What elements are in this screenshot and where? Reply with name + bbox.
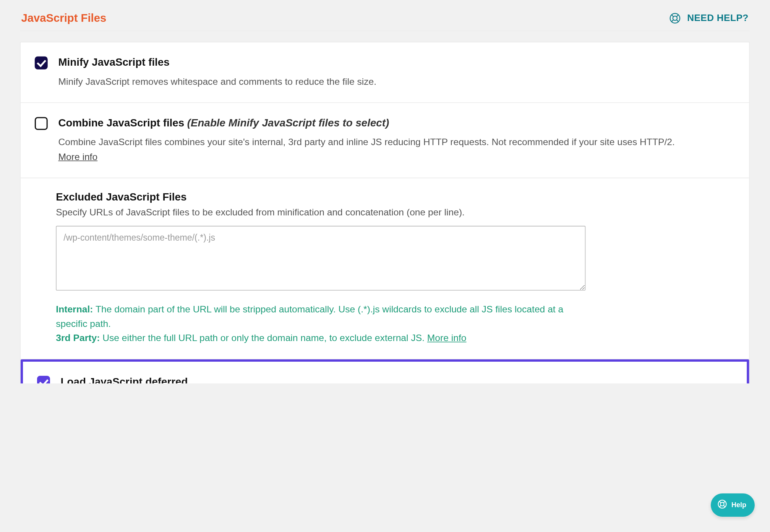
combine-title-text: Combine JavaScript files — [58, 117, 184, 129]
hint-internal-text: The domain part of the URL will be strip… — [56, 304, 563, 328]
combine-desc-text: Combine JavaScript files combines your s… — [58, 137, 674, 147]
combine-desc: Combine JavaScript files combines your s… — [58, 135, 735, 164]
need-help-label: NEED HELP? — [687, 13, 749, 24]
section-title: JavaScript Files — [21, 12, 106, 25]
excluded-hints: Internal: The domain part of the URL wil… — [56, 302, 585, 346]
hint-internal-label: Internal: — [56, 304, 93, 314]
excluded-textarea[interactable] — [56, 226, 585, 290]
defer-checkbox[interactable] — [37, 376, 50, 383]
hint-third-more-link[interactable]: More info — [427, 333, 467, 343]
settings-page: JavaScript Files NEED HELP? Minify JavaS… — [20, 0, 750, 383]
option-minify: Minify JavaScript files Minify JavaScrip… — [21, 42, 749, 103]
need-help-link[interactable]: NEED HELP? — [668, 12, 749, 25]
svg-line-5 — [676, 20, 678, 22]
combine-title: Combine JavaScript files (Enable Minify … — [58, 116, 735, 131]
excluded-desc: Specify URLs of JavaScript files to be e… — [56, 207, 735, 218]
option-combine: Combine JavaScript files (Enable Minify … — [21, 103, 749, 178]
minify-title: Minify JavaScript files — [58, 55, 735, 70]
combine-more-link[interactable]: More info — [58, 152, 97, 162]
defer-title: Load JavaScript deferred — [61, 375, 733, 383]
combine-checkbox[interactable] — [35, 117, 48, 130]
options-panel: Minify JavaScript files Minify JavaScrip… — [20, 42, 750, 383]
highlight-box: Load JavaScript deferred Load JavaScript… — [21, 359, 749, 383]
minify-desc: Minify JavaScript removes whitespace and… — [58, 75, 735, 89]
excluded-title: Excluded JavaScript Files — [56, 191, 735, 203]
section-header: JavaScript Files NEED HELP? — [20, 12, 750, 31]
svg-line-4 — [671, 20, 673, 22]
minify-checkbox[interactable] — [35, 57, 48, 70]
combine-hint: (Enable Minify JavaScript files to selec… — [187, 117, 389, 129]
svg-point-1 — [673, 16, 677, 20]
hint-third-label: 3rd Party: — [56, 333, 100, 343]
option-excluded: Excluded JavaScript Files Specify URLs o… — [21, 178, 749, 359]
option-defer: Load JavaScript deferred Load JavaScript… — [23, 362, 747, 383]
lifebuoy-icon — [668, 12, 681, 25]
hint-third-text: Use either the full URL path or only the… — [102, 333, 427, 343]
svg-line-2 — [671, 15, 673, 17]
svg-line-3 — [676, 15, 678, 17]
